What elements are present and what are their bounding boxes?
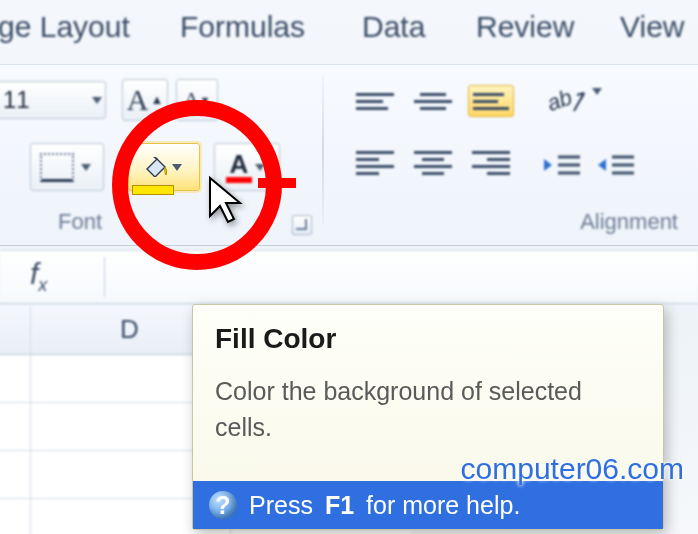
font-size-combo[interactable]: 11 (0, 81, 106, 119)
font-group-label: Font (58, 209, 102, 235)
group-divider (322, 75, 324, 225)
tab-page-layout[interactable]: ge Layout (0, 10, 130, 44)
gridline (30, 306, 31, 534)
align-middle-button[interactable] (410, 85, 456, 117)
tooltip-footer-suffix: for more help. (366, 491, 520, 520)
tooltip-footer-key: F1 (325, 491, 354, 520)
tooltip-footer: ? Press F1 for more help. (193, 481, 663, 529)
tab-data[interactable]: Data (362, 10, 425, 44)
tooltip-footer-prefix: Press (249, 491, 313, 520)
tab-review[interactable]: Review (476, 10, 574, 44)
align-left-button[interactable] (352, 147, 398, 179)
font-color-label: A (226, 151, 253, 183)
align-top-button[interactable] (352, 85, 398, 117)
fx-icon[interactable]: fx (30, 257, 47, 296)
fill-color-split-button[interactable] (128, 143, 200, 191)
ribbon: 11 A▲ A▼ U A Font (0, 64, 698, 246)
decrease-indent-button[interactable] (540, 149, 584, 181)
fill-color-swatch (132, 185, 174, 195)
excel-ribbon-screenshot: ge Layout Formulas Data Review View 11 A… (0, 0, 698, 534)
borders-split-button[interactable] (30, 143, 104, 191)
tab-view[interactable]: View (620, 10, 684, 44)
align-right-button[interactable] (468, 147, 514, 179)
borders-icon (40, 153, 74, 182)
tab-formulas[interactable]: Formulas (180, 10, 305, 44)
alignment-group-label: Alignment (580, 209, 678, 235)
align-center-button[interactable] (410, 147, 456, 179)
align-bottom-button[interactable] (468, 85, 514, 117)
annotation-tick (258, 178, 296, 188)
increase-indent-button[interactable] (594, 149, 638, 181)
formula-bar: fx (0, 250, 698, 304)
source-watermark: computer06.com (461, 452, 684, 486)
increase-font-size-button[interactable]: A▲ (122, 79, 168, 121)
font-size-value: 11 (0, 86, 89, 114)
formula-bar-divider (104, 257, 105, 297)
decrease-font-size-button[interactable]: A▼ (176, 79, 218, 121)
svg-text:ab: ab (544, 84, 576, 116)
font-dialog-launcher[interactable] (292, 215, 312, 235)
paint-bucket-icon (143, 157, 169, 177)
orientation-dropdown[interactable] (592, 95, 602, 113)
ribbon-tabs: ge Layout Formulas Data Review View (0, 6, 698, 60)
column-header-d[interactable]: D (120, 314, 139, 345)
fill-color-tooltip: Fill Color Color the background of selec… (192, 304, 664, 530)
orientation-button[interactable]: ab (542, 81, 590, 121)
tooltip-body: Color the background of selected cells. (215, 373, 641, 446)
tooltip-title: Fill Color (215, 323, 336, 355)
help-icon: ? (209, 491, 237, 519)
